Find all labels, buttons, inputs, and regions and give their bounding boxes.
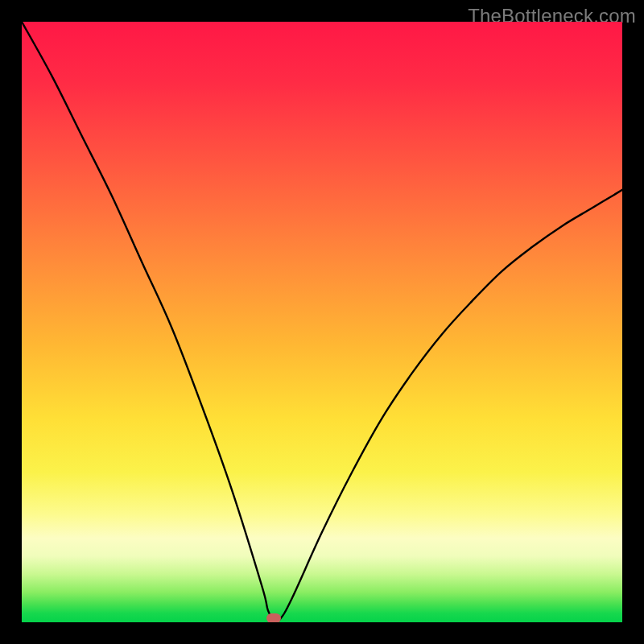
optimum-marker <box>266 613 281 622</box>
bottleneck-curve <box>22 22 622 622</box>
plot-area <box>22 22 622 622</box>
chart-frame: TheBottleneck.com <box>0 0 644 644</box>
